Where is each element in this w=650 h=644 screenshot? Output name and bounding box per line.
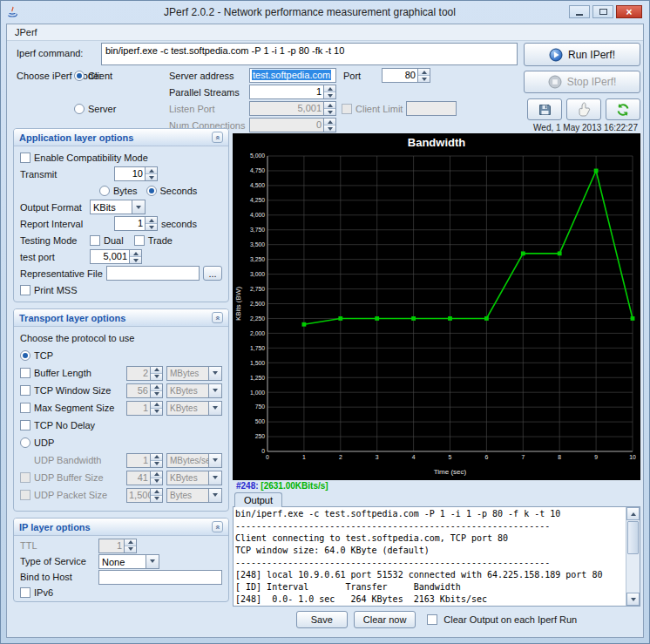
dropdown-arrow-button[interactable] bbox=[208, 367, 221, 380]
udp-radio[interactable] bbox=[20, 437, 30, 448]
scroll-up-button[interactable] bbox=[626, 507, 640, 520]
udp-packet-size-unit-dropdown[interactable]: Bytes bbox=[166, 488, 222, 503]
clear-now-button[interactable]: Clear now bbox=[354, 611, 416, 628]
spinner-up-button[interactable] bbox=[418, 69, 430, 75]
tab-output[interactable]: Output bbox=[234, 492, 282, 507]
ttl-spinner[interactable]: 1 bbox=[98, 539, 137, 553]
iperf-command-input[interactable]: bin/iperf.exe -c test.softpedia.com -P 1… bbox=[101, 43, 518, 65]
dual-checkbox[interactable] bbox=[90, 235, 100, 246]
server-radio[interactable] bbox=[74, 104, 85, 114]
buffer-length-unit-dropdown[interactable]: MBytes bbox=[166, 366, 222, 381]
output-console[interactable]: bin/iperf.exe -c test.softpedia.com -P 1… bbox=[233, 506, 640, 607]
spinner-up-button[interactable] bbox=[151, 367, 162, 373]
buffer-length-checkbox[interactable] bbox=[20, 368, 30, 378]
clear-output-each-run-checkbox[interactable] bbox=[427, 614, 437, 625]
restore-defaults-button[interactable] bbox=[606, 98, 640, 120]
stop-iperf-button[interactable]: Stop IPerf! bbox=[524, 71, 640, 93]
port-spinner[interactable]: 80 bbox=[382, 68, 430, 83]
run-iperf-button[interactable]: Run IPerf! bbox=[524, 43, 640, 66]
spinner-up-button[interactable] bbox=[151, 454, 162, 460]
max-segment-size-spinner[interactable]: 1 bbox=[126, 401, 163, 416]
spinner-down-button[interactable] bbox=[324, 92, 335, 98]
close-button[interactable]: × bbox=[616, 5, 642, 18]
max-segment-size-unit-dropdown[interactable]: KBytes bbox=[166, 401, 222, 416]
udp-buffer-size-checkbox[interactable] bbox=[20, 472, 30, 483]
report-interval-spinner[interactable]: 1 bbox=[114, 216, 158, 231]
enable-compatibility-checkbox[interactable] bbox=[20, 153, 30, 163]
buffer-length-spinner[interactable]: 2 bbox=[126, 366, 163, 381]
tcp-radio[interactable] bbox=[20, 350, 30, 361]
transmit-spinner[interactable]: 10 bbox=[114, 166, 158, 181]
spinner-up-button[interactable] bbox=[151, 489, 162, 495]
browse-button[interactable]: ... bbox=[203, 266, 222, 281]
spinner-down-button[interactable] bbox=[146, 223, 157, 230]
spinner-down-button[interactable] bbox=[324, 125, 335, 132]
hand-button[interactable] bbox=[566, 98, 601, 120]
client-limit-field[interactable] bbox=[406, 101, 457, 116]
test-port-spinner[interactable]: 5,001 bbox=[90, 249, 142, 264]
client-radio[interactable] bbox=[74, 71, 85, 81]
spinner-up-button[interactable] bbox=[146, 167, 157, 173]
spinner-up-button[interactable] bbox=[125, 539, 136, 546]
parallel-streams-spinner[interactable]: 1 bbox=[249, 85, 336, 99]
dropdown-arrow-button[interactable] bbox=[132, 200, 145, 214]
spinner-down-button[interactable] bbox=[151, 460, 162, 467]
client-limit-checkbox[interactable] bbox=[342, 104, 352, 114]
print-mss-checkbox[interactable] bbox=[20, 285, 30, 295]
menu-jperf[interactable]: JPerf bbox=[7, 27, 45, 37]
spinner-down-button[interactable] bbox=[151, 408, 162, 415]
udp-packet-size-checkbox[interactable] bbox=[20, 490, 30, 500]
dropdown-arrow-button[interactable] bbox=[208, 402, 221, 415]
spinner-up-button[interactable] bbox=[130, 250, 141, 256]
spinner-down-button[interactable] bbox=[324, 108, 335, 115]
type-of-service-dropdown[interactable]: None bbox=[98, 554, 159, 569]
tcp-window-size-checkbox[interactable] bbox=[20, 385, 30, 396]
spinner-down-button[interactable] bbox=[151, 390, 162, 397]
udp-packet-size-spinner[interactable]: 1,500 bbox=[126, 488, 163, 503]
tcp-window-size-spinner[interactable]: 56 bbox=[126, 383, 163, 398]
spinner-down-button[interactable] bbox=[146, 173, 157, 180]
tcp-window-size-unit-dropdown[interactable]: KBytes bbox=[166, 383, 222, 398]
trade-checkbox[interactable] bbox=[134, 235, 145, 246]
spinner-up-button[interactable] bbox=[324, 85, 335, 92]
spinner-up-button[interactable] bbox=[324, 102, 335, 108]
dropdown-arrow-button[interactable] bbox=[208, 454, 221, 467]
collapse-icon[interactable]: « bbox=[212, 312, 223, 323]
output-scrollbar[interactable] bbox=[626, 507, 640, 606]
spinner-down-button[interactable] bbox=[151, 495, 162, 502]
spinner-down-button[interactable] bbox=[151, 373, 162, 380]
max-segment-size-checkbox[interactable] bbox=[20, 403, 30, 413]
dropdown-arrow-button[interactable] bbox=[208, 384, 221, 397]
dropdown-arrow-button[interactable] bbox=[208, 471, 221, 485]
bind-to-host-field[interactable] bbox=[98, 570, 222, 585]
scroll-down-button[interactable] bbox=[626, 593, 640, 606]
collapse-icon[interactable]: « bbox=[212, 521, 223, 532]
spinner-up-button[interactable] bbox=[151, 402, 162, 408]
output-text[interactable]: bin/iperf.exe -c test.softpedia.com -P 1… bbox=[235, 508, 625, 605]
spinner-up-button[interactable] bbox=[151, 384, 162, 390]
minimize-button[interactable] bbox=[569, 5, 590, 18]
titlebar[interactable]: JPerf 2.0.2 - Network performance measur… bbox=[1, 1, 649, 24]
server-address-field[interactable]: test.softpedia.com bbox=[249, 68, 336, 83]
maximize-button[interactable] bbox=[592, 5, 613, 18]
scroll-thumb[interactable] bbox=[627, 521, 639, 554]
ipv6-checkbox[interactable] bbox=[20, 587, 30, 598]
udp-bandwidth-spinner[interactable]: 1 bbox=[126, 453, 163, 468]
listen-port-spinner[interactable]: 5,001 bbox=[249, 101, 336, 116]
bytes-radio[interactable] bbox=[99, 186, 110, 196]
collapse-icon[interactable]: « bbox=[212, 132, 223, 143]
spinner-up-button[interactable] bbox=[151, 471, 162, 478]
spinner-down-button[interactable] bbox=[418, 75, 430, 82]
spinner-down-button[interactable] bbox=[151, 478, 162, 485]
seconds-radio[interactable] bbox=[146, 186, 157, 196]
udp-bandwidth-unit-dropdown[interactable]: MBytes/sec bbox=[166, 453, 222, 468]
tcp-no-delay-checkbox[interactable] bbox=[20, 420, 30, 430]
output-format-dropdown[interactable]: KBits bbox=[90, 200, 146, 214]
udp-buffer-size-unit-dropdown[interactable]: KBytes bbox=[166, 471, 222, 485]
spinner-down-button[interactable] bbox=[130, 256, 141, 263]
spinner-up-button[interactable] bbox=[324, 119, 335, 125]
save-output-button[interactable]: Save bbox=[296, 611, 348, 628]
spinner-down-button[interactable] bbox=[125, 546, 136, 552]
udp-buffer-size-spinner[interactable]: 41 bbox=[126, 471, 163, 485]
spinner-up-button[interactable] bbox=[146, 217, 157, 223]
